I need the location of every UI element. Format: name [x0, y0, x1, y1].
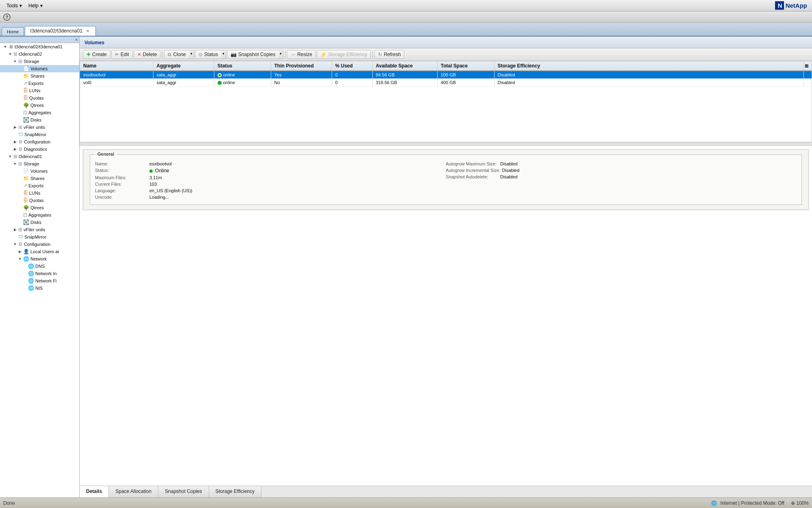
sep1 [162, 50, 162, 59]
col-name[interactable]: Name [80, 61, 153, 71]
sidebar-shares-1[interactable]: 📁 Shares [0, 72, 79, 80]
snapshot-icon: 📷 [231, 52, 237, 57]
tab-storage-efficiency[interactable]: Storage Efficiency [209, 486, 262, 497]
tab-details[interactable]: Details [80, 486, 109, 497]
delete-button[interactable]: ✕ Delete [134, 50, 161, 59]
col-thin-provisioned[interactable]: Thin Provisioned [271, 61, 332, 71]
col-status[interactable]: Status [214, 61, 271, 71]
sidebar-vfiler-2[interactable]: ▶ ⊞ vFiler units [0, 226, 79, 233]
sidebar-luns-1[interactable]: 🗄 LUNs [0, 87, 79, 94]
sidebar-luns-2[interactable]: 🗄 LUNs [0, 189, 79, 197]
sidebar-snapmirror-2[interactable]: 🛡 SnapMirror [0, 233, 79, 241]
col-percent-used[interactable]: % Used [332, 61, 372, 71]
storage-efficiency-button[interactable]: ⚡ Storage Efficiency [317, 50, 371, 59]
sidebar-item-t3dencna02[interactable]: ▼ ⊞ t3dencna02 [0, 50, 79, 58]
scroll-area [80, 142, 812, 145]
table-row[interactable]: esxibootvolsata_aggronlineYes094.56 GB10… [80, 71, 812, 79]
sidebar-exports-1[interactable]: ↗ Exports [0, 80, 79, 87]
clone-dropdown[interactable]: ⧉ Clone ▾ [164, 50, 194, 59]
snapshot-button[interactable]: 📷 Snapshot Copies [227, 50, 279, 59]
clone-arrow[interactable]: ▾ [189, 50, 194, 59]
status-icon: ⊙ [199, 52, 203, 57]
snapshot-dropdown[interactable]: 📷 Snapshot Copies ▾ [227, 50, 283, 59]
status-button[interactable]: ⊙ Status [195, 50, 221, 59]
sidebar-item-t3dencna01[interactable]: ▼ ⊞ t3dencna01 [0, 153, 79, 160]
tools-menu[interactable]: Tools ▾ [3, 2, 25, 9]
status-dot [218, 81, 222, 85]
sidebar-snapmirror-1[interactable]: 🛡 SnapMirror [0, 131, 79, 138]
col-total-space[interactable]: Total Space [437, 61, 494, 71]
home-tab[interactable]: Home [2, 27, 24, 36]
resize-button[interactable]: ↔ Resize [287, 50, 316, 59]
info-col-right: Autogrow Maximum Size: Disabled Autogrow… [446, 161, 797, 200]
sidebar-qtrees-2[interactable]: 🌳 Qtrees [0, 204, 79, 211]
logo-text: NetApp [784, 1, 809, 10]
status-arrow[interactable]: ▾ [221, 50, 226, 59]
refresh-icon: ↻ [378, 52, 382, 57]
help-icon-button[interactable]: ? [3, 13, 11, 21]
table-row[interactable]: vol0sata_aggronlineNo0318.56 GB400 GBDis… [80, 79, 812, 87]
sidebar-netfiler[interactable]: 🌐 Network Fi [0, 277, 79, 284]
sidebar-network[interactable]: ▼ 🌐 Network [0, 255, 79, 263]
clone-button[interactable]: ⧉ Clone [164, 50, 189, 59]
name-row: Name: esxibootvol [95, 161, 446, 166]
snapshot-arrow[interactable]: ▾ [279, 50, 283, 59]
sidebar-quotas-1[interactable]: 🗄 Quotas [0, 94, 79, 102]
sidebar-nis[interactable]: 🌐 NIS [0, 284, 79, 292]
status-dropdown[interactable]: ⊙ Status ▾ [195, 50, 226, 59]
tools-arrow: ▾ [19, 3, 22, 9]
sidebar-disks-2[interactable]: 💽 Disks [0, 219, 79, 226]
sidebar-diagnostics-1[interactable]: ▶ ⚙ Diagnostics [0, 145, 79, 153]
status-bar: Done 🌐 Internet | Protected Mode: Off ⊕ … [0, 497, 812, 508]
sidebar-vfiler-1[interactable]: ▶ ⊞ vFiler units [0, 124, 79, 131]
sidebar-disks-1[interactable]: 💽 Disks [0, 116, 79, 124]
status-done: Done [3, 500, 15, 506]
tab-space-allocation[interactable]: Space Allocation [109, 486, 158, 497]
info-grid: Name: esxibootvol Status: Online [95, 161, 797, 200]
snapshot-autodelete-row: Snapshot Autodelete: Disabled [446, 174, 797, 179]
sidebar-aggregates-1[interactable]: ⊡ Aggregates [0, 109, 79, 116]
expand-icon: ▼ [3, 45, 7, 49]
clone-icon: ⧉ [168, 52, 171, 57]
create-button[interactable]: ✚ Create [83, 50, 110, 59]
sidebar-netinterfaces[interactable]: 🌐 Network In [0, 270, 79, 277]
col-available-space[interactable]: Available Space [372, 61, 437, 71]
tab-snapshot-copies[interactable]: Snapshot Copies [158, 486, 209, 497]
col-aggregate[interactable]: Aggregate [153, 61, 214, 71]
current-files-row: Current Files: 103 [95, 182, 446, 187]
volumes-table-container: Name Aggregate Status Thin Provisioned % [80, 61, 812, 142]
status-internet: Internet | Protected Mode: Off [720, 500, 784, 506]
sidebar-storage-2[interactable]: ▼ ⊞ Storage [0, 160, 79, 167]
sidebar-shares-2[interactable]: 📁 Shares [0, 175, 79, 182]
sidebar-exports-2[interactable]: ↗ Exports [0, 182, 79, 189]
refresh-button[interactable]: ↻ Refresh [374, 50, 404, 59]
edit-button[interactable]: ✏ Edit [111, 50, 133, 59]
sidebar-collapse-button[interactable]: « [0, 37, 79, 43]
col-storage-efficiency[interactable]: Storage Efficiency [494, 61, 803, 71]
tab-close-button[interactable]: ✕ [85, 28, 91, 34]
table-header-row: Name Aggregate Status Thin Provisioned % [80, 61, 812, 71]
sidebar-config-2[interactable]: ▼ ⚙ Configuration [0, 241, 79, 248]
sidebar-volumes-2[interactable]: 📄 Volumes [0, 167, 79, 175]
tab-label: t3dencna02/t3dencna01 [30, 28, 82, 34]
main-tab[interactable]: t3dencna02/t3dencna01 ✕ [25, 26, 96, 36]
create-label: Create [92, 52, 107, 57]
sep3 [372, 50, 373, 59]
sidebar-volumes-1[interactable]: 📄 Volumes [0, 65, 79, 72]
sidebar-quotas-2[interactable]: 🗄 Quotas [0, 197, 79, 204]
sidebar-aggregates-2[interactable]: ⊡ Aggregates [0, 211, 79, 219]
content-panel: Volumes ✚ Create ✏ Edit ✕ Delete ⧉ Clone [80, 37, 812, 497]
col-settings[interactable]: ⊞ [803, 61, 812, 71]
internet-icon: 🌐 [711, 500, 717, 506]
refresh-label: Refresh [384, 52, 401, 57]
sidebar-dns[interactable]: 🌐 DNS [0, 263, 79, 270]
sidebar-localusers[interactable]: ▶ 👤 Local Users ar [0, 248, 79, 255]
sidebar-root[interactable]: ▼ 🖥 t3dencna02/t3dencna01 [0, 43, 79, 50]
sidebar-qtrees-1[interactable]: 🌳 Qtrees [0, 102, 79, 109]
status-label: Status [204, 52, 218, 57]
sidebar-config-1[interactable]: ▶ ⚙ Configuration [0, 138, 79, 145]
details-section: General Name: esxibootvol Status: [80, 145, 812, 486]
sidebar-storage-1[interactable]: ▼ ⊞ Storage [0, 58, 79, 65]
sidebar: « ▼ 🖥 t3dencna02/t3dencna01 ▼ ⊞ t3dencna… [0, 37, 80, 497]
help-menu[interactable]: Help ▾ [25, 2, 46, 9]
